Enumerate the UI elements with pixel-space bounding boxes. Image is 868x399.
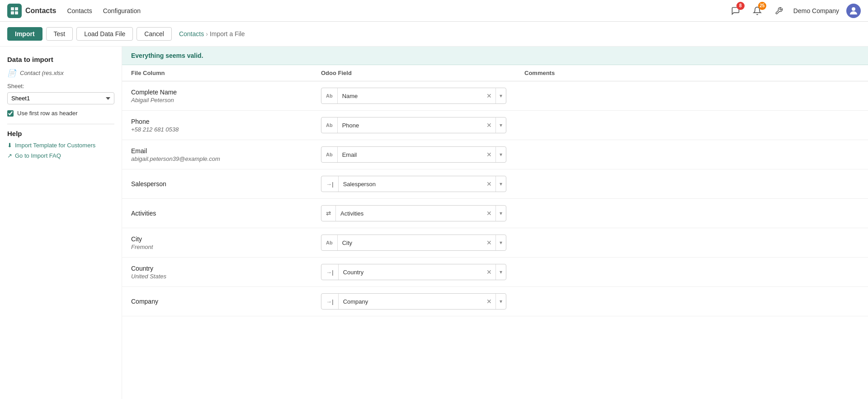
import-table: File Column Odoo Field Comments Complete… <box>122 65 868 316</box>
field-selector-0[interactable]: Ab Name ✕ ▾ <box>321 88 506 104</box>
svg-rect-2 <box>11 11 14 14</box>
field-name: City <box>338 239 483 246</box>
field-dropdown-button[interactable]: ▾ <box>495 176 506 192</box>
text-type-icon: Ab <box>326 93 333 99</box>
m2m-type-icon: ⇄ <box>326 210 331 217</box>
text-type-icon: Ab <box>326 122 333 128</box>
file-name: Contact (res.xlsx <box>20 70 64 76</box>
row-label: Company <box>131 298 303 305</box>
field-clear-button[interactable]: ✕ <box>483 210 495 217</box>
table-header: File Column Odoo Field Comments <box>122 65 868 81</box>
odoo-col-0: Ab Name ✕ ▾ <box>312 81 515 111</box>
field-selector-5[interactable]: Ab City ✕ ▾ <box>321 235 506 251</box>
field-dropdown-button[interactable]: ▾ <box>495 88 506 103</box>
field-selector-2[interactable]: Ab Email ✕ ▾ <box>321 146 506 163</box>
relation-type-icon: →| <box>326 181 334 188</box>
relation-type-icon: →| <box>326 269 334 276</box>
field-clear-button[interactable]: ✕ <box>483 151 495 158</box>
table-row: Complete Name Abigail Peterson Ab Name ✕… <box>122 81 868 111</box>
file-col-5: City Fremont <box>122 228 312 258</box>
comments-col-2 <box>515 140 868 169</box>
import-template-link[interactable]: ⬇ Import Template for Customers <box>7 142 114 149</box>
file-col-3: Salesperson <box>122 169 312 199</box>
comments-col-7 <box>515 287 868 316</box>
field-dropdown-button[interactable]: ▾ <box>495 264 506 280</box>
header-checkbox-row: Use first row as header <box>7 110 114 117</box>
col-header-odoo: Odoo Field <box>312 65 515 81</box>
field-clear-button[interactable]: ✕ <box>483 122 495 129</box>
field-selector-1[interactable]: Ab Phone ✕ ▾ <box>321 117 506 133</box>
field-type-icon: →| <box>321 294 339 309</box>
import-button[interactable]: Import <box>7 27 42 41</box>
field-dropdown-button[interactable]: ▾ <box>495 117 506 133</box>
field-dropdown-button[interactable]: ▾ <box>495 206 506 221</box>
field-clear-button[interactable]: ✕ <box>483 239 495 246</box>
avatar[interactable] <box>846 4 861 18</box>
table-row: Email abigail.peterson39@example.com Ab … <box>122 140 868 169</box>
file-col-7: Company <box>122 287 312 316</box>
field-type-icon: →| <box>321 176 339 192</box>
file-item: 📄 Contact (res.xlsx <box>7 69 114 77</box>
wrench-icon[interactable] <box>772 4 786 18</box>
field-selector-6[interactable]: →| Country ✕ ▾ <box>321 264 506 280</box>
test-button[interactable]: Test <box>46 27 73 41</box>
field-name: Phone <box>338 122 483 129</box>
main-layout: Data to import 📄 Contact (res.xlsx Sheet… <box>0 47 868 399</box>
field-dropdown-button[interactable]: ▾ <box>495 294 506 309</box>
col-header-comments: Comments <box>515 65 868 81</box>
row-label: Country <box>131 265 303 272</box>
field-clear-button[interactable]: ✕ <box>483 180 495 188</box>
field-type-icon: Ab <box>321 235 338 250</box>
breadcrumb-contacts-link[interactable]: Contacts <box>179 30 204 38</box>
header-checkbox[interactable] <box>7 110 14 117</box>
svg-rect-0 <box>11 7 14 10</box>
field-selector-4[interactable]: ⇄ Activities ✕ ▾ <box>321 205 506 221</box>
field-name: Activities <box>336 210 483 217</box>
notifications-badge: 8 <box>736 2 745 10</box>
file-icon: 📄 <box>7 69 16 77</box>
field-type-icon: →| <box>321 264 339 280</box>
cancel-button[interactable]: Cancel <box>137 27 172 41</box>
help-title: Help <box>7 130 114 137</box>
field-dropdown-button[interactable]: ▾ <box>495 235 506 250</box>
nav-configuration[interactable]: Configuration <box>103 7 141 14</box>
faq-link[interactable]: ↗ Go to Import FAQ <box>7 152 114 159</box>
odoo-col-6: →| Country ✕ ▾ <box>312 258 515 287</box>
table-row: Company →| Company ✕ ▾ <box>122 287 868 316</box>
sheet-select[interactable]: Sheet1 <box>7 92 114 104</box>
row-sample: United States <box>131 273 303 280</box>
field-name: Company <box>339 298 483 305</box>
file-col-6: Country United States <box>122 258 312 287</box>
row-label: City <box>131 235 303 243</box>
odoo-col-2: Ab Email ✕ ▾ <box>312 140 515 169</box>
field-clear-button[interactable]: ✕ <box>483 92 495 99</box>
alerts-button[interactable]: 25 <box>750 4 764 18</box>
content-area: Everything seems valid. File Column Odoo… <box>122 47 868 399</box>
external-link-icon: ↗ <box>7 152 12 159</box>
app-logo[interactable]: Contacts <box>7 4 56 18</box>
data-to-import-title: Data to import <box>7 56 114 63</box>
file-col-1: Phone +58 212 681 0538 <box>122 111 312 140</box>
nav-right: 8 25 Demo Company <box>728 4 861 18</box>
field-name: Country <box>339 269 483 276</box>
sidebar: Data to import 📄 Contact (res.xlsx Sheet… <box>0 47 122 399</box>
row-label: Activities <box>131 210 303 217</box>
notifications-button[interactable]: 8 <box>728 4 743 18</box>
row-label: Phone <box>131 118 303 125</box>
comments-col-6 <box>515 258 868 287</box>
field-clear-button[interactable]: ✕ <box>483 268 495 276</box>
nav-contacts[interactable]: Contacts <box>67 7 92 14</box>
table-row: Country United States →| Country ✕ ▾ <box>122 258 868 287</box>
header-checkbox-label[interactable]: Use first row as header <box>17 110 78 117</box>
field-dropdown-button[interactable]: ▾ <box>495 147 506 162</box>
field-clear-button[interactable]: ✕ <box>483 298 495 305</box>
row-sample: Fremont <box>131 244 303 250</box>
field-selector-3[interactable]: →| Salesperson ✕ ▾ <box>321 176 506 192</box>
field-selector-7[interactable]: →| Company ✕ ▾ <box>321 293 506 310</box>
field-type-icon: Ab <box>321 117 338 133</box>
file-col-4: Activities <box>122 199 312 228</box>
odoo-col-4: ⇄ Activities ✕ ▾ <box>312 199 515 228</box>
row-sample: +58 212 681 0538 <box>131 126 303 133</box>
load-data-file-button[interactable]: Load Data File <box>76 27 133 41</box>
file-col-0: Complete Name Abigail Peterson <box>122 81 312 111</box>
